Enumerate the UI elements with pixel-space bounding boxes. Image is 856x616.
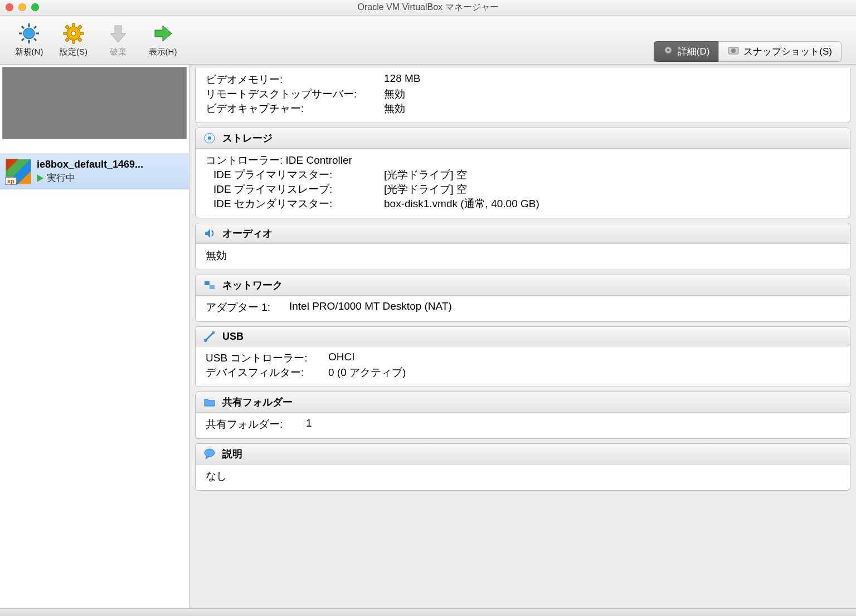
close-icon[interactable] xyxy=(6,3,13,11)
shared-value: 1 xyxy=(306,417,312,432)
panel-audio-head[interactable]: オーディオ xyxy=(196,223,850,244)
svg-point-24 xyxy=(208,136,211,140)
rdp-value: 無効 xyxy=(384,87,405,101)
audio-title: オーディオ xyxy=(222,227,273,240)
ide-row-2-val: box-disk1.vmdk (通常, 40.00 GB) xyxy=(384,197,539,211)
adapter-label: アダプター 1: xyxy=(206,300,289,315)
discard-label: 破棄 xyxy=(110,47,127,57)
panel-description-head[interactable]: 説明 xyxy=(196,444,850,465)
speech-bubble-icon xyxy=(203,448,216,460)
usb-controller-label: USB コントローラー: xyxy=(206,351,328,365)
panel-shared-head[interactable]: 共有フォルダー xyxy=(196,392,850,413)
tab-details[interactable]: 詳細(D) xyxy=(654,41,719,62)
adapter-value: Intel PRO/1000 MT Desktop (NAT) xyxy=(289,300,452,315)
ide-row-0-val: [光学ドライブ] 空 xyxy=(384,168,467,182)
audio-value: 無効 xyxy=(206,248,840,263)
usb-filter-label: デバイスフィルター: xyxy=(206,365,328,380)
tab-snapshots[interactable]: スナップショット(S) xyxy=(718,41,842,62)
panel-audio: オーディオ 無効 xyxy=(195,223,850,270)
description-title: 説明 xyxy=(222,447,242,461)
storage-icon xyxy=(203,132,216,144)
panel-usb: USB USB コントローラー: OHCI デバイスフィルター: 0 (0 アク… xyxy=(195,326,850,387)
description-value: なし xyxy=(206,469,840,483)
zoom-icon[interactable] xyxy=(31,3,39,11)
window-title: Oracle VM VirtualBox マネージャー xyxy=(357,2,498,13)
minimize-icon[interactable] xyxy=(18,3,26,11)
toolbar: 新規(N) 設定(S) 破棄 表示(H) 詳細(D) スナップショット(S) xyxy=(0,16,856,65)
tab-snapshots-label: スナップショット(S) xyxy=(743,45,832,58)
window-titlebar: Oracle VM VirtualBox マネージャー xyxy=(0,0,856,16)
vm-state: 実行中 xyxy=(37,172,183,184)
running-arrow-icon xyxy=(37,174,43,182)
svg-point-27 xyxy=(204,339,207,342)
show-label: 表示(H) xyxy=(149,47,177,57)
panel-usb-head[interactable]: USB xyxy=(196,327,850,346)
usb-icon xyxy=(203,330,216,343)
svg-rect-17 xyxy=(65,38,69,42)
svg-line-5 xyxy=(22,26,24,28)
ide-row-0-key: IDE プライマリマスター: xyxy=(206,168,384,182)
right-arrow-icon xyxy=(152,22,174,45)
settings-label: 設定(S) xyxy=(60,47,87,57)
gear-icon xyxy=(62,22,85,45)
panel-display: ビデオメモリー: 128 MB リモートデスクトップサーバー: 無効 ビデオキャ… xyxy=(195,68,850,123)
shared-title: 共有フォルダー xyxy=(222,395,293,409)
thumbnail-status-row xyxy=(0,139,189,154)
vm-text: ie8box_default_1469... 実行中 xyxy=(37,159,183,184)
panel-storage-head[interactable]: ストレージ xyxy=(196,128,850,149)
storage-title: ストレージ xyxy=(222,131,273,145)
panel-network-head[interactable]: ネットワーク xyxy=(196,275,850,296)
panel-network: ネットワーク アダプター 1: Intel PRO/1000 MT Deskto… xyxy=(195,275,850,322)
usb-title: USB xyxy=(222,331,244,343)
svg-line-6 xyxy=(34,38,36,41)
panel-shared: 共有フォルダー 共有フォルダー: 1 xyxy=(195,392,850,439)
rdp-label: リモートデスクトップサーバー: xyxy=(206,87,384,101)
svg-rect-12 xyxy=(72,40,75,43)
down-arrow-icon xyxy=(107,22,129,45)
discard-button[interactable]: 破棄 xyxy=(96,22,140,57)
vm-list-item[interactable]: ie8box_default_1469... 実行中 xyxy=(0,154,189,189)
svg-rect-13 xyxy=(64,32,67,35)
storage-controller: コントローラー: IDE Controller xyxy=(206,153,352,168)
svg-rect-18 xyxy=(78,25,82,29)
show-button[interactable]: 表示(H) xyxy=(140,22,185,57)
vm-list: ie8box_default_1469... 実行中 xyxy=(0,65,189,608)
panel-description: 説明 なし xyxy=(195,443,850,491)
tab-details-label: 詳細(D) xyxy=(678,45,710,58)
new-button[interactable]: 新規(N) xyxy=(7,22,51,57)
settings-button[interactable]: 設定(S) xyxy=(51,22,96,57)
capture-value: 無効 xyxy=(384,101,405,116)
folder-icon xyxy=(203,396,216,408)
svg-rect-11 xyxy=(72,23,75,27)
svg-point-29 xyxy=(205,449,215,457)
shared-label: 共有フォルダー: xyxy=(206,417,306,432)
svg-rect-26 xyxy=(210,285,215,289)
window-resize-bar[interactable] xyxy=(0,608,856,616)
video-mem-label: ビデオメモリー: xyxy=(206,72,384,87)
view-tabs: 詳細(D) スナップショット(S) xyxy=(654,41,842,62)
svg-rect-16 xyxy=(78,38,82,42)
svg-point-20 xyxy=(667,49,669,51)
gear-small-icon xyxy=(663,45,673,58)
new-label: 新規(N) xyxy=(15,47,43,57)
svg-point-22 xyxy=(731,48,736,53)
video-mem-value: 128 MB xyxy=(384,72,420,87)
ide-row-1-key: IDE プライマリスレーブ: xyxy=(206,182,384,197)
vm-preview-thumbnail[interactable] xyxy=(2,67,187,139)
capture-label: ビデオキャプチャー: xyxy=(206,101,384,116)
network-icon xyxy=(203,279,216,291)
windows-xp-icon xyxy=(6,159,31,184)
svg-rect-28 xyxy=(212,331,215,334)
svg-point-0 xyxy=(23,28,35,39)
main-area: ie8box_default_1469... 実行中 ビデオメモリー: 128 … xyxy=(0,65,856,608)
svg-point-10 xyxy=(71,31,76,36)
usb-controller-value: OHCI xyxy=(328,351,355,365)
network-title: ネットワーク xyxy=(222,278,283,292)
camera-icon xyxy=(728,46,739,57)
svg-rect-15 xyxy=(65,25,69,29)
ide-row-2-key: IDE セカンダリマスター: xyxy=(206,197,384,211)
sun-icon xyxy=(18,22,40,45)
svg-line-7 xyxy=(22,38,24,41)
traffic-lights xyxy=(6,3,39,11)
audio-icon xyxy=(203,227,216,239)
